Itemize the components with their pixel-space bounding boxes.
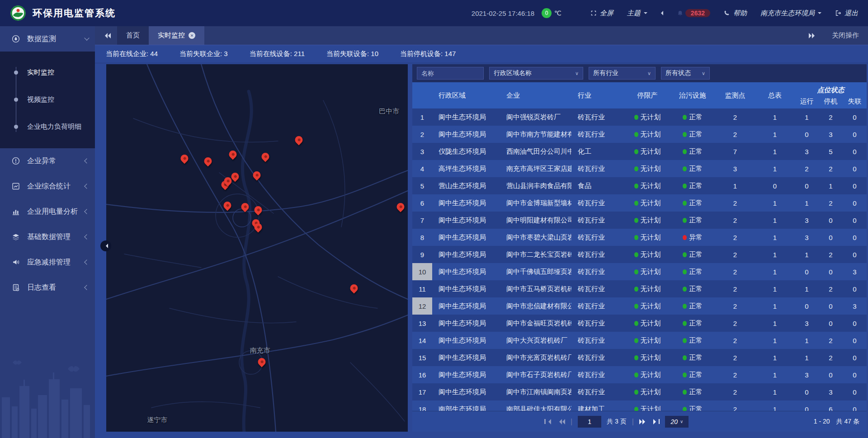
tab-label: 实时监控 [158,31,185,40]
chevron-down-icon [644,12,647,16]
last-page-button[interactable] [653,419,660,424]
map-pin[interactable] [179,153,190,164]
sidebar-item[interactable]: 基础数据管理 [0,224,95,250]
prev-page-button[interactable] [557,419,565,424]
status-select[interactable]: 所有状态∨ [661,67,710,80]
cell-limit-status: 无计划 [625,349,670,366]
table-row[interactable]: 15 阆中生态环境局 阆中市光富页岩机砖厂 砖瓦行业 无计划 正常 2 1 1 … [412,349,867,366]
sidebar-subitem[interactable]: 企业电力负荷明细 [0,113,95,140]
cell-industry: 砖瓦行业 [571,383,625,400]
table-row[interactable]: 5 营山生态环境局 营山县润丰肉食品有限 食品 无计划 正常 1 0 0 1 0 [412,177,867,194]
table-row[interactable]: 9 阆中生态环境局 阆中市二龙长宝页岩砖 砖瓦行业 无计划 正常 2 1 1 2… [412,246,867,263]
cell-enterprise: 阆中大兴页岩机砖厂 [500,332,571,349]
sidebar-item[interactable]: 日志查看 [0,275,95,300]
name-search-input[interactable] [417,67,484,80]
tabs-scroll-right-icon[interactable] [809,33,817,38]
chevron-left-icon [84,234,89,239]
table-row[interactable]: 16 阆中生态环境局 阆中市石子页岩机砖厂 砖瓦行业 无计划 正常 2 1 3 … [412,366,867,383]
help-button[interactable]: 帮助 [724,9,747,18]
table-row[interactable]: 6 阆中生态环境局 阆中市金博瑞新型墙材 砖瓦行业 无计划 正常 2 1 1 2… [412,194,867,212]
cell-facility-status: 正常 [670,349,715,366]
content-area: 当前在线企业: 44当前失联企业: 3当前在线设备: 211当前失联设备: 10… [95,45,868,438]
table-row[interactable]: 1 阆中生态环境局 阆中强锐页岩砖厂 砖瓦行业 无计划 正常 2 1 1 2 0 [412,108,867,126]
tab-list: 首页 实时监控 ✕ [117,26,204,45]
industry-select[interactable]: 所有行业∨ [589,67,656,80]
cell-industry: 砖瓦行业 [571,160,625,177]
table-row[interactable]: 13 阆中生态环境局 阆中市金福旺页岩机砖 砖瓦行业 无计划 正常 2 1 3 … [412,315,867,332]
map-pin[interactable] [349,283,359,294]
sidebar-item[interactable]: 数据监测 [0,26,95,52]
cell-points: 2 [715,212,755,229]
table-row[interactable]: 18 南部生态环境局 南部县砒佳太阳有限公 建材加工 无计划 正常 2 1 0 … [412,400,867,411]
map-pin[interactable] [203,155,213,166]
map-pin[interactable] [240,202,250,212]
tab-item[interactable]: 首页 [117,26,149,45]
notifications-button[interactable]: 2632 [677,9,710,17]
map-pin[interactable] [395,201,406,212]
table-row[interactable]: 3 仪陇生态环境局 西南油气田分公司川中 化工 无计划 正常 7 1 3 5 0 [412,143,867,160]
sidebar-item[interactable]: 企业用电量分析 [0,199,95,224]
app-logo-icon [10,5,26,21]
cell-meters: 1 [755,160,795,177]
sidebar-item[interactable]: 企业综合统计 [0,174,95,199]
tab-active[interactable]: 实时监控 ✕ [149,26,204,45]
temperature-unit: ℃ [554,9,561,17]
region-select[interactable]: 行政区域名称∨ [489,67,583,80]
map-pin[interactable] [251,170,262,181]
sidebar-item[interactable]: 应急减排管理 [0,250,95,275]
page-size-select[interactable]: 20∨ [665,416,689,428]
sidebar-subitem[interactable]: 视频监控 [0,86,95,113]
stats-bar: 当前在线企业: 44当前失联企业: 3当前在线设备: 211当前失联设备: 10… [95,45,868,63]
logout-button[interactable]: 退出 [835,9,858,18]
map-overlay: 巴中市南充市遂宁市 [106,64,408,432]
table-row[interactable]: 2 阆中生态环境局 阆中市南方节能建材有 砖瓦行业 无计划 正常 2 1 0 3… [412,126,867,143]
table-row[interactable]: 7 阆中生态环境局 阆中明阳建材有限公司 砖瓦行业 无计划 正常 2 1 3 0… [412,212,867,229]
bullet-icon [14,125,18,129]
cell-enterprise: 营山县润丰肉食品有限 [500,177,571,194]
cell-stop: 2 [819,160,843,177]
map-pin[interactable] [256,357,267,367]
cell-enterprise: 阆中市江南镇阆南页岩 [500,383,571,400]
cell-region: 阆中生态环境局 [432,366,500,383]
cell-run: 0 [795,383,819,400]
table-row[interactable]: 4 高坪生态环境局 南充市高坪区王家店建 砖瓦行业 无计划 正常 3 1 2 2… [412,160,867,177]
status-dot-icon [634,269,638,274]
map-panel[interactable]: 巴中市南充市遂宁市 [106,64,408,432]
sidebar-subitem[interactable]: 实时监控 [0,59,95,86]
table-row[interactable]: 10 阆中生态环境局 阆中千佛镇五郎垭页岩 砖瓦行业 无计划 正常 2 1 0 … [412,263,867,280]
page-number-input[interactable]: 1 [578,416,601,428]
fullscreen-button[interactable]: 全屏 [590,9,613,18]
map-pin[interactable] [227,149,238,160]
map-pin[interactable] [252,204,263,215]
close-operations-button[interactable]: 关闭操作 [832,31,859,40]
cell-lost: 0 [843,366,867,383]
row-index: 7 [412,212,432,229]
cell-lost: 0 [843,280,867,297]
status-dot-icon [683,355,687,360]
theme-dropdown[interactable]: 主题 [627,9,647,18]
cell-run: 0 [795,177,819,194]
row-index: 10 [412,263,432,280]
cell-industry: 砖瓦行业 [571,108,625,126]
bell-icon [677,10,684,17]
org-dropdown[interactable]: 南充市生态环境局 [760,9,821,18]
cell-points: 2 [715,349,755,366]
table-row[interactable]: 17 阆中生态环境局 阆中市江南镇阆南页岩 砖瓦行业 无计划 正常 2 1 0 … [412,383,867,400]
table-row[interactable]: 8 阆中生态环境局 阆中市枣碧大梁山页岩 砖瓦行业 无计划 异常 2 1 3 0… [412,229,867,246]
table-row[interactable]: 12 阆中生态环境局 阆中市忠信建材有限公 砖瓦行业 无计划 正常 2 1 0 … [412,297,867,315]
map-pin[interactable] [222,200,233,211]
cell-stop: 5 [819,143,843,160]
next-page-button[interactable] [639,419,648,424]
cell-enterprise: 阆中市枣碧大梁山页岩 [500,229,571,246]
cell-lost: 0 [843,194,867,212]
sidebar-item[interactable]: 企业异常 [0,148,95,174]
table-row[interactable]: 11 阆中生态环境局 阆中市五马桥页岩机砖 砖瓦行业 无计划 正常 2 1 1 … [412,280,867,297]
table-row[interactable]: 14 阆中生态环境局 阆中大兴页岩机砖厂 砖瓦行业 无计划 正常 2 1 1 2… [412,332,867,349]
marquee-collapse-icon[interactable] [661,9,663,17]
tabs-scroll-left-icon[interactable] [102,33,111,38]
tab-close-icon[interactable]: ✕ [189,32,195,39]
map-pin[interactable] [260,151,271,162]
map-pin[interactable] [293,135,304,146]
first-page-button[interactable] [544,419,551,424]
cell-industry: 建材加工 [571,400,625,411]
